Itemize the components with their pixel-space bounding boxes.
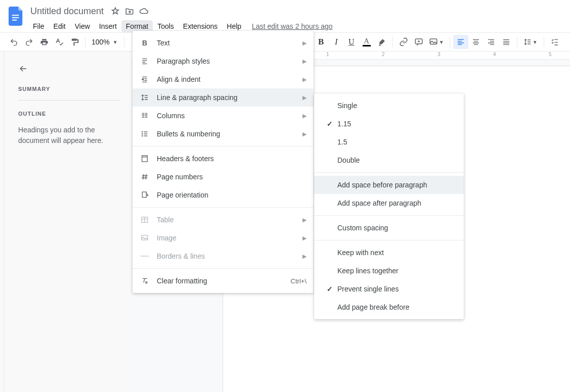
spacing-single[interactable]: Single xyxy=(314,96,464,115)
outline-hint: Headings you add to the document will ap… xyxy=(18,125,120,146)
svg-rect-1 xyxy=(12,17,19,18)
line-spacing-submenu: Single ✓1.15 1.5 Double Add space before… xyxy=(314,93,464,319)
underline-button[interactable]: U xyxy=(344,35,359,49)
line-spacing-icon xyxy=(140,93,150,102)
bold-icon: B xyxy=(140,39,150,47)
align-indent-icon xyxy=(140,75,150,83)
format-align-indent[interactable]: Align & indent▶ xyxy=(133,70,314,88)
format-clear-formatting[interactable]: Clear formatting Ctrl+\ xyxy=(133,272,314,290)
image-icon xyxy=(140,234,150,242)
format-page-numbers[interactable]: Page numbers xyxy=(133,168,314,186)
spacing-add-after[interactable]: Add space after paragraph xyxy=(314,194,464,212)
format-menu-dropdown: B Text▶ Paragraph styles▶ Align & indent… xyxy=(133,31,314,293)
outline-pane: SUMMARY OUTLINE Headings you add to the … xyxy=(4,52,131,392)
menu-insert[interactable]: Insert xyxy=(95,20,121,32)
align-center-button[interactable] xyxy=(468,35,484,49)
columns-icon xyxy=(140,112,150,120)
bullets-icon xyxy=(140,130,150,138)
print-button[interactable] xyxy=(36,35,52,49)
menu-view[interactable]: View xyxy=(70,20,95,32)
insert-image-button[interactable]: ▼ xyxy=(426,35,447,49)
svg-rect-0 xyxy=(12,15,19,16)
clear-formatting-icon xyxy=(140,277,150,285)
bold-button[interactable]: B xyxy=(314,35,329,49)
format-line-spacing[interactable]: Line & paragraph spacing▶ xyxy=(133,88,314,107)
move-icon[interactable] xyxy=(125,7,134,16)
redo-button[interactable] xyxy=(21,35,36,49)
headers-footers-icon xyxy=(140,155,150,163)
format-text[interactable]: B Text▶ xyxy=(133,34,314,52)
menu-edit[interactable]: Edit xyxy=(49,20,70,32)
italic-button[interactable]: I xyxy=(329,35,344,49)
spacing-115[interactable]: ✓1.15 xyxy=(314,115,464,133)
last-edit-link[interactable]: Last edit was 2 hours ago xyxy=(252,22,333,30)
spacing-keep-together[interactable]: Keep lines together xyxy=(314,262,464,280)
page-orientation-icon xyxy=(140,191,150,199)
format-columns[interactable]: Columns▶ xyxy=(133,107,314,125)
svg-rect-8 xyxy=(142,156,148,162)
format-borders-lines: Borders & lines▶ xyxy=(133,247,314,265)
svg-rect-2 xyxy=(12,20,17,21)
insert-link-button[interactable] xyxy=(396,35,411,49)
page-numbers-icon xyxy=(140,173,150,181)
undo-button[interactable] xyxy=(6,35,21,49)
line-spacing-button[interactable]: ▼ xyxy=(520,35,541,49)
cloud-status-icon[interactable] xyxy=(139,7,148,16)
spellcheck-button[interactable] xyxy=(52,35,67,49)
format-page-orientation[interactable]: Page orientation xyxy=(133,186,314,204)
spacing-prevent-single[interactable]: ✓Prevent single lines xyxy=(314,280,464,298)
svg-point-5 xyxy=(142,131,143,132)
align-justify-button[interactable] xyxy=(499,35,514,49)
back-arrow-icon[interactable] xyxy=(18,64,30,74)
svg-point-6 xyxy=(142,133,143,134)
format-headers-footers[interactable]: Headers & footers xyxy=(133,150,314,168)
spacing-15[interactable]: 1.5 xyxy=(314,133,464,151)
align-right-button[interactable] xyxy=(484,35,499,49)
text-color-button[interactable]: A xyxy=(359,35,374,49)
spacing-page-break-before[interactable]: Add page break before xyxy=(314,298,464,316)
format-paragraph-styles[interactable]: Paragraph styles▶ xyxy=(133,52,314,70)
docs-logo[interactable] xyxy=(6,4,26,28)
format-bullets[interactable]: Bullets & numbering▶ xyxy=(133,125,314,143)
svg-rect-9 xyxy=(142,192,146,198)
zoom-select[interactable]: 100%▼ xyxy=(89,38,121,46)
spacing-custom[interactable]: Custom spacing xyxy=(314,219,464,237)
spacing-add-before[interactable]: Add space before paragraph xyxy=(314,176,464,194)
check-icon: ✓ xyxy=(322,120,337,128)
format-table: Table▶ xyxy=(133,211,314,229)
outline-heading: OUTLINE xyxy=(18,111,120,117)
svg-point-7 xyxy=(142,135,143,136)
align-left-button[interactable] xyxy=(453,35,468,49)
spacing-double[interactable]: Double xyxy=(314,151,464,169)
paint-format-button[interactable] xyxy=(67,35,82,49)
paragraph-styles-icon xyxy=(140,57,150,65)
summary-heading: SUMMARY xyxy=(18,86,120,92)
document-title[interactable]: Untitled document xyxy=(28,5,106,18)
star-icon[interactable] xyxy=(111,7,120,16)
add-comment-button[interactable] xyxy=(411,35,426,49)
highlight-button[interactable] xyxy=(374,35,389,49)
table-icon xyxy=(140,216,150,224)
menu-file[interactable]: File xyxy=(28,20,49,32)
borders-lines-icon xyxy=(140,255,150,257)
format-image: Image▶ xyxy=(133,229,314,247)
check-icon: ✓ xyxy=(322,285,337,293)
checklist-button[interactable] xyxy=(547,35,562,49)
spacing-keep-next[interactable]: Keep with next xyxy=(314,243,464,262)
